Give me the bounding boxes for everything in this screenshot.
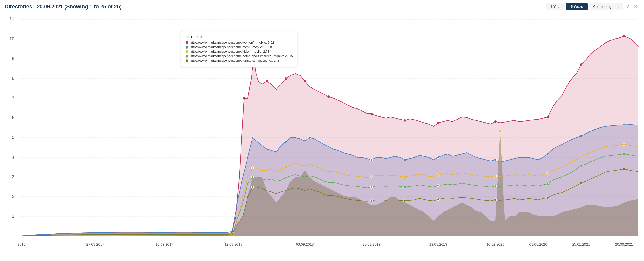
svg-text:19.08.2019: 19.08.2019 [429,242,447,246]
svg-point-79 [370,200,373,202]
svg-point-81 [437,198,440,200]
svg-text:12.03.2018: 12.03.2018 [224,242,242,246]
svg-point-78 [251,186,254,188]
svg-text:3: 3 [12,174,14,179]
svg-point-42 [328,96,330,98]
time-btn-1year[interactable]: 1 Year [546,3,565,10]
svg-point-45 [437,122,440,124]
svg-point-53 [370,158,373,161]
svg-point-59 [623,124,625,126]
svg-text:25.02.2019: 25.02.2019 [362,242,380,246]
svg-text:2: 2 [12,194,14,199]
svg-text:5: 5 [12,135,14,140]
svg-point-82 [494,198,496,201]
chart-area: 11 10 9 8 7 6 5 4 3 2 1 2016 27.03.2017 … [0,12,644,259]
svg-point-40 [284,78,287,80]
svg-point-46 [494,120,496,123]
svg-point-75 [546,183,549,185]
page-title: Directories - 20.09.2021 (Showing 1 to 2… [5,4,122,10]
svg-text:03.09.2018: 03.09.2018 [296,242,314,246]
svg-point-72 [404,186,406,188]
svg-text:03.08.2020: 03.08.2020 [529,242,547,246]
help-button[interactable]: ? [624,3,631,10]
svg-text:1: 1 [12,214,14,218]
svg-point-51 [284,140,287,143]
header-controls: 1 Year 5 Years Complete graph ? ✕ [546,3,639,10]
svg-point-48 [580,63,582,66]
svg-point-63 [404,176,406,178]
svg-point-61 [284,166,287,168]
svg-point-76 [580,164,582,167]
svg-text:27.03.2017: 27.03.2017 [86,242,104,246]
svg-point-65 [494,175,496,177]
svg-point-62 [370,175,373,178]
svg-text:10.02.2020: 10.02.2020 [486,242,504,246]
svg-text:11: 11 [10,17,14,22]
svg-point-60 [251,167,254,169]
svg-point-77 [623,153,625,155]
chart-svg: 11 10 9 8 7 6 5 4 3 2 1 2016 27.03.2017 … [0,12,644,259]
close-button[interactable]: ✕ [632,3,639,10]
svg-point-68 [580,155,582,158]
svg-text:4: 4 [12,155,14,160]
time-btn-5years[interactable]: 5 Years [566,3,588,10]
svg-point-70 [251,176,254,178]
svg-text:18.09.2017: 18.09.2017 [155,242,173,246]
svg-point-41 [304,80,306,82]
svg-point-50 [251,136,254,139]
svg-point-49 [623,35,625,37]
svg-point-38 [252,58,255,60]
svg-point-74 [494,185,496,187]
svg-point-43 [370,113,373,115]
svg-point-44 [404,119,406,122]
svg-text:25.01.2021: 25.01.2021 [572,242,590,246]
svg-point-66 [499,130,501,132]
time-btn-complete[interactable]: Complete graph [588,3,623,10]
svg-point-67 [546,172,549,175]
svg-point-58 [580,135,582,137]
svg-point-56 [494,158,496,161]
svg-point-57 [546,153,549,155]
svg-text:10: 10 [10,36,14,41]
svg-point-52 [308,136,311,139]
svg-text:6: 6 [12,115,14,120]
svg-text:8: 8 [12,76,14,81]
svg-text:2016: 2016 [18,242,25,246]
svg-point-47 [546,116,549,118]
svg-text:9: 9 [12,56,14,61]
svg-text:7: 7 [12,96,14,100]
svg-point-55 [437,156,440,158]
svg-point-54 [404,158,406,161]
svg-point-85 [623,168,625,170]
page-header: Directories - 20.09.2021 (Showing 1 to 2… [0,0,644,12]
svg-text:20.09.2021: 20.09.2021 [615,242,633,246]
svg-point-37 [243,97,245,100]
svg-point-69 [623,143,625,146]
svg-point-83 [546,197,549,199]
svg-point-80 [404,200,406,202]
svg-point-64 [437,174,440,176]
svg-point-84 [580,182,582,184]
svg-point-71 [370,186,373,188]
svg-point-39 [266,80,268,82]
svg-point-73 [437,184,440,187]
